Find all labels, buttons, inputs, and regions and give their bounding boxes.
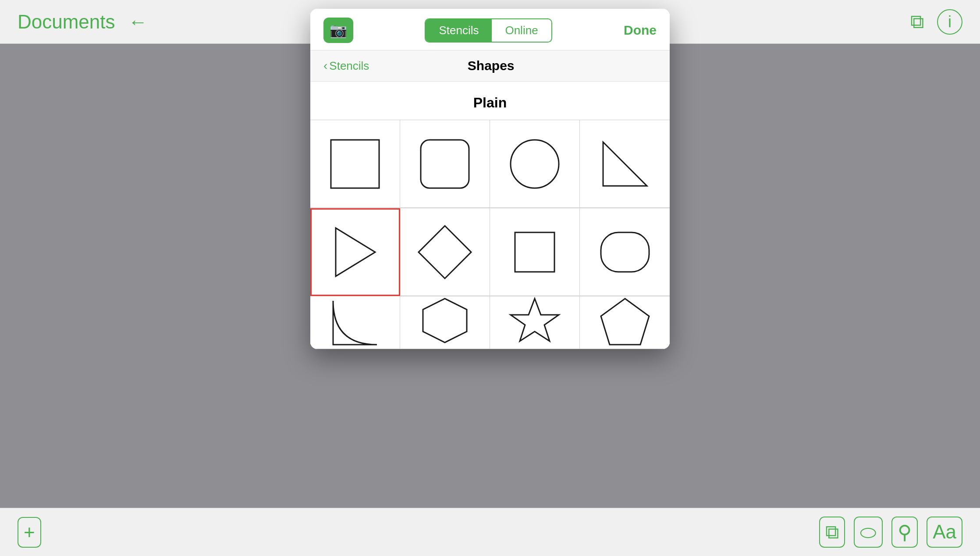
- shapes-grid-row2: [310, 208, 670, 296]
- modal-header: 📷 Stencils Online Done: [310, 9, 670, 50]
- done-button[interactable]: Done: [624, 23, 657, 38]
- shape-hexagon[interactable]: [400, 296, 490, 349]
- svg-marker-8: [423, 299, 467, 342]
- svg-rect-6: [515, 232, 554, 272]
- back-to-stencils[interactable]: ‹ Stencils: [323, 59, 369, 73]
- modal-overlay: 📷 Stencils Online Done ‹ Stencils Shapes…: [0, 0, 980, 556]
- section-title: Plain: [310, 90, 670, 120]
- svg-marker-4: [336, 228, 375, 276]
- shape-right-triangle[interactable]: [580, 120, 670, 208]
- shapes-grid-row3: [310, 296, 670, 349]
- page-title: Shapes: [369, 58, 613, 73]
- shape-stadium[interactable]: [580, 208, 670, 296]
- back-chevron-icon: ‹: [323, 59, 327, 73]
- camera-icon[interactable]: 📷: [323, 18, 353, 43]
- svg-marker-10: [601, 299, 649, 345]
- modal-panel: 📷 Stencils Online Done ‹ Stencils Shapes…: [310, 9, 670, 349]
- svg-rect-7: [601, 232, 649, 272]
- shape-diamond[interactable]: [400, 208, 490, 296]
- shapes-container: Plain: [310, 82, 670, 349]
- tab-stencils[interactable]: Stencils: [426, 19, 492, 42]
- tab-online[interactable]: Online: [492, 19, 551, 42]
- shape-curved-corner[interactable]: [310, 296, 400, 349]
- svg-marker-3: [603, 142, 647, 186]
- breadcrumb-label: Stencils: [329, 59, 369, 73]
- tab-segmented-control: Stencils Online: [425, 18, 552, 43]
- shape-square[interactable]: [310, 120, 400, 208]
- shape-pentagon[interactable]: [580, 296, 670, 349]
- svg-rect-0: [331, 140, 379, 188]
- svg-rect-1: [421, 140, 469, 188]
- shape-rounded-rectangle[interactable]: [400, 120, 490, 208]
- modal-subheader: ‹ Stencils Shapes: [310, 50, 670, 82]
- shape-small-square[interactable]: [490, 208, 580, 296]
- shape-circle[interactable]: [490, 120, 580, 208]
- shape-play-triangle[interactable]: [310, 208, 400, 296]
- shape-star[interactable]: [490, 296, 580, 349]
- svg-marker-5: [419, 226, 471, 278]
- shapes-grid-row1: [310, 120, 670, 208]
- svg-marker-9: [511, 299, 559, 341]
- svg-point-2: [511, 140, 559, 188]
